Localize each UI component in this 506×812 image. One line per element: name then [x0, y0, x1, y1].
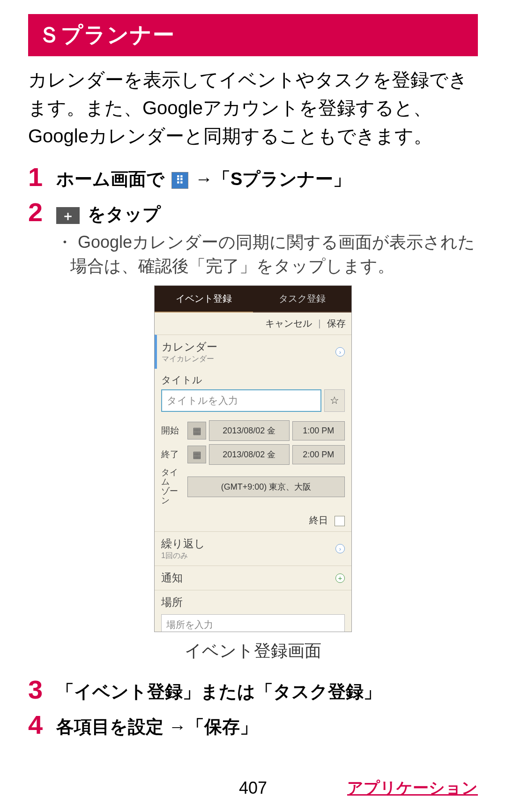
start-date-button[interactable]: 2013/08/02 金 — [209, 420, 290, 441]
end-date-button[interactable]: 2013/08/02 金 — [209, 444, 290, 465]
timezone-label: タイム ゾーン — [161, 468, 185, 505]
step4-text: 各項目を設定 →「保存」 — [56, 712, 478, 739]
event-register-screenshot: イベント登録 タスク登録 キャンセル | 保存 カレンダー マイカレンダー › … — [154, 285, 352, 632]
step1-pre: ホーム画面で — [56, 169, 170, 189]
cancel-button[interactable]: キャンセル — [265, 318, 312, 328]
title-input[interactable]: タイトルを入力 — [161, 389, 321, 412]
step-2: 2 ＋ をタップ ・ Googleカレンダーの同期に関する画面が表示された場合は… — [28, 199, 478, 278]
step-3: 3 「イベント登録」または「タスク登録」 — [28, 677, 478, 704]
plus-icon: ＋ — [56, 207, 80, 224]
calendar-icon[interactable] — [187, 422, 206, 440]
save-button[interactable]: 保存 — [327, 318, 346, 328]
calendar-icon[interactable] — [187, 446, 206, 463]
start-label: 開始 — [161, 425, 185, 437]
step2-note: ・ Googleカレンダーの同期に関する画面が表示された場合は、確認後「完了」を… — [56, 231, 478, 278]
step-number: 4 — [28, 712, 56, 739]
step-1: 1 ホーム画面で →「Sプランナー」 — [28, 164, 478, 192]
step3-text: 「イベント登録」または「タスク登録」 — [56, 677, 478, 704]
favorite-star-button[interactable]: ☆ — [324, 389, 345, 412]
calendar-selector[interactable]: カレンダー マイカレンダー › — [155, 335, 351, 369]
step2-text: をタップ — [82, 204, 161, 224]
apps-grid-icon — [171, 172, 188, 189]
step-number: 1 — [28, 164, 56, 192]
timezone-button[interactable]: (GMT+9:00) 東京、大阪 — [187, 477, 345, 497]
tab-task-register[interactable]: タスク登録 — [253, 286, 351, 313]
location-input[interactable]: 場所を入力 — [161, 614, 345, 632]
tab-event-register[interactable]: イベント登録 — [155, 286, 253, 313]
repeat-selector[interactable]: 繰り返し 1回のみ › — [155, 531, 351, 566]
start-time-button[interactable]: 1:00 PM — [292, 421, 345, 440]
step1-post: →「Sプランナー」 — [190, 169, 351, 189]
step-4: 4 各項目を設定 →「保存」 — [28, 712, 478, 739]
page-number: 407 — [239, 778, 267, 798]
notification-label: 通知 — [161, 571, 345, 585]
end-label: 終了 — [161, 448, 185, 461]
step-number: 2 — [28, 199, 56, 278]
end-time-button[interactable]: 2:00 PM — [292, 445, 345, 464]
intro-text: カレンダーを表示してイベントやタスクを登録できます。また、Googleアカウント… — [28, 66, 478, 150]
allday-checkbox[interactable] — [335, 516, 345, 526]
repeat-label: 繰り返し — [161, 536, 345, 551]
notification-row[interactable]: 通知 + — [155, 566, 351, 590]
title-label: タイトル — [161, 373, 345, 387]
calendar-label: カレンダー — [162, 340, 345, 354]
calendar-value: マイカレンダー — [162, 354, 345, 364]
screenshot-caption: イベント登録画面 — [28, 640, 478, 663]
section-link-applications[interactable]: アプリケーション — [347, 777, 478, 799]
location-label: 場所 — [161, 595, 345, 610]
add-plus-icon[interactable]: + — [335, 574, 345, 583]
repeat-value: 1回のみ — [161, 551, 345, 561]
allday-label: 終日 — [309, 515, 328, 525]
divider: | — [318, 318, 320, 328]
step-number: 3 — [28, 677, 56, 704]
section-title: Ｓプランナー — [28, 14, 478, 56]
